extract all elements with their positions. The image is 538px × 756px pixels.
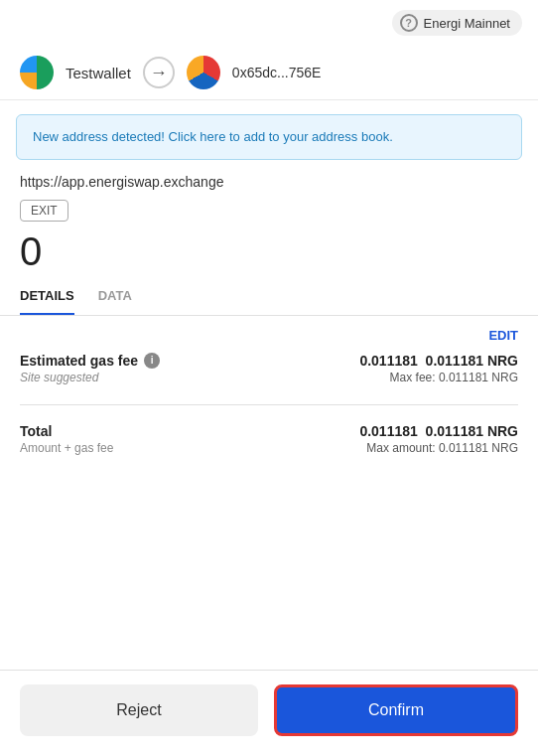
confirm-button[interactable]: Confirm [274, 684, 518, 736]
url-section: https://app.energiswap.exchange EXIT [0, 160, 538, 222]
gas-fee-row: Estimated gas fee i Site suggested 0.011… [20, 347, 518, 390]
total-sublabel: Amount + gas fee [20, 441, 113, 455]
network-label: Energi Mainnet [424, 16, 510, 31]
gas-fee-sublabel: Site suggested [20, 371, 160, 384]
tab-details[interactable]: DETAILS [20, 288, 74, 315]
total-label: Total [20, 423, 113, 439]
edit-link[interactable]: EDIT [488, 328, 518, 343]
dest-avatar [187, 56, 220, 89]
amount-display: 0 [0, 222, 538, 274]
wallet-row: Testwallet → 0x65dc...756E [0, 46, 538, 100]
help-icon[interactable]: ? [400, 14, 418, 32]
source-wallet-name: Testwallet [66, 65, 131, 81]
exit-button[interactable]: EXIT [20, 200, 68, 222]
source-avatar [20, 56, 54, 89]
gas-fee-max: Max fee: 0.011181 NRG [390, 371, 518, 384]
divider [20, 404, 518, 405]
gas-fee-right: 0.011181 0.011181 NRG Max fee: 0.011181 … [359, 353, 518, 384]
gas-fee-amount: 0.011181 0.011181 NRG [359, 353, 518, 369]
edit-row: EDIT [20, 316, 518, 347]
top-bar: ? Energi Mainnet [0, 0, 538, 46]
total-right: 0.011181 0.011181 NRG Max amount: 0.0111… [359, 423, 518, 455]
notice-text: New address detected! Click here to add … [33, 129, 393, 144]
total-row: Total Amount + gas fee 0.011181 0.011181… [20, 419, 518, 459]
action-area: Reject Confirm [0, 670, 538, 756]
tab-data[interactable]: DATA [98, 288, 132, 315]
gas-fee-left: Estimated gas fee i Site suggested [20, 353, 160, 384]
reject-button[interactable]: Reject [20, 684, 258, 736]
gas-fee-label: Estimated gas fee i [20, 353, 160, 369]
total-max: Max amount: 0.011181 NRG [366, 441, 518, 455]
total-amount: 0.011181 0.011181 NRG [359, 423, 518, 439]
network-badge[interactable]: ? Energi Mainnet [392, 10, 522, 36]
arrow-icon: → [143, 57, 175, 88]
total-left: Total Amount + gas fee [20, 423, 113, 455]
notice-banner[interactable]: New address detected! Click here to add … [16, 114, 522, 160]
dest-address: 0x65dc...756E [232, 65, 322, 80]
details-section: EDIT Estimated gas fee i Site suggested … [0, 316, 538, 671]
gas-fee-info-icon[interactable]: i [144, 353, 160, 369]
url-text: https://app.energiswap.exchange [20, 174, 518, 190]
tabs: DETAILS DATA [0, 274, 538, 316]
